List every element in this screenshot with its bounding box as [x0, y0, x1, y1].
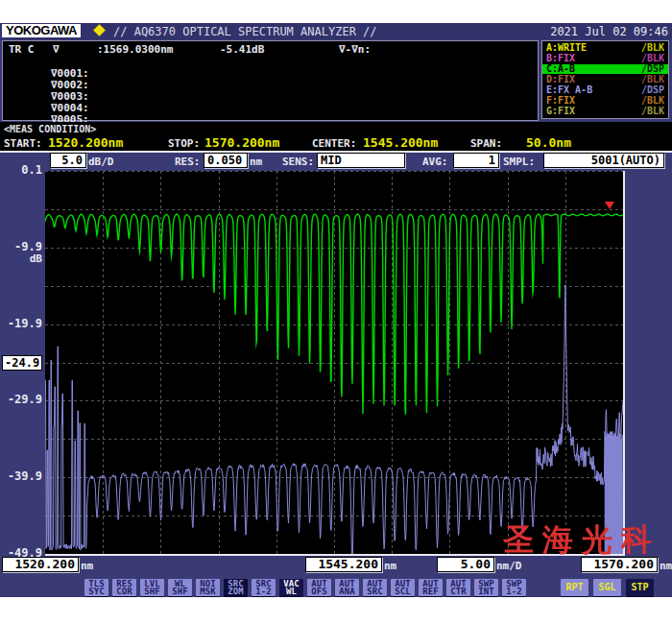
averaging-field[interactable]: 1	[453, 153, 499, 168]
trace-row-status: /DSP	[641, 64, 664, 74]
softkey-label: SGL	[593, 580, 621, 595]
smpl-label: SMPL:	[503, 156, 535, 168]
softkey-label: WL	[279, 588, 303, 595]
y-axis-tick: 0.1	[0, 163, 42, 177]
softkey-aut-ctr[interactable]: AUTCTR	[446, 579, 470, 596]
trace-row-d: D:FIX/BLK	[542, 75, 668, 84]
level-scale-field[interactable]: 5.0	[50, 153, 86, 168]
y-axis-tick: -29.9	[0, 393, 42, 406]
softkey-label: COR	[112, 588, 136, 595]
center-label: CENTER:	[312, 137, 356, 150]
page-title: // AQ6370 OPTICAL SPECTRUM ANALYZER //	[113, 25, 377, 38]
trace-row-status: /BLK	[641, 75, 664, 84]
res-unit: nm	[250, 156, 262, 168]
softkey-aut-ref[interactable]: AUTREF	[419, 579, 443, 596]
yokogawa-diamond-icon	[93, 24, 106, 36]
osa-screen: YOKOGAWA // AQ6370 OPTICAL SPECTRUM ANAL…	[0, 23, 672, 597]
x-axis-value-field[interactable]: 1520.200	[2, 557, 79, 572]
meas-condition-panel: <MEAS CONDITION> START: 1520.200nm STOP:…	[0, 122, 672, 153]
resolution-field[interactable]: 0.050	[204, 153, 248, 168]
softkey-aut-ofs[interactable]: AUTOFS	[307, 579, 331, 596]
y-axis-tick: -24.9	[2, 355, 42, 371]
softkey-swp-int[interactable]: SWPINT	[474, 579, 498, 596]
x-axis-unit: nm	[660, 560, 672, 572]
softkey-aut-scl[interactable]: AUTSCL	[391, 579, 415, 596]
softkey-aut-src[interactable]: AUTSRC	[363, 579, 387, 596]
softkey-swp-1-2[interactable]: SWP1-2	[502, 579, 526, 596]
sens-label: SENS:	[282, 156, 314, 168]
trace-row-label: A:WRITE	[546, 43, 587, 53]
y-axis-unit: dB	[0, 252, 42, 265]
screenshot-page: YOKOGAWA // AQ6370 OPTICAL SPECTRUM ANAL…	[0, 0, 672, 624]
softkey-tls-syc[interactable]: TLSSYC	[84, 579, 108, 596]
softkey-sgl[interactable]: SGL	[593, 579, 621, 596]
sampling-field[interactable]: 5001(AUTO)	[543, 153, 664, 168]
softkey-rpt[interactable]: RPT	[561, 579, 588, 596]
x-axis-value-field[interactable]: 1545.200	[305, 557, 382, 572]
trace-row-label: D:FIX	[546, 75, 575, 84]
spectrum-plot	[45, 171, 625, 556]
softkey-label: REF	[419, 588, 443, 595]
yokogawa-logo: YOKOGAWA	[2, 24, 81, 37]
watermark-text: 圣海光科	[503, 519, 660, 562]
avg-label: AVG:	[422, 156, 448, 168]
softkey-noi-msk[interactable]: NOIMSK	[196, 579, 220, 596]
softkey-label: RPT	[561, 580, 588, 595]
trace-row-e: E:FX A-B/DSP	[542, 85, 668, 95]
trace-row-f: F:FIX/BLK	[542, 96, 668, 106]
x-axis-value-field[interactable]: 5.00	[437, 557, 494, 572]
softkey-label: STP	[626, 580, 654, 595]
softkey-label: SCL	[391, 588, 415, 595]
softkey-label: CTR	[446, 588, 470, 595]
span-value: 50.0nm	[526, 135, 571, 150]
softkey-bar: TLSSYCRESCORLVLSHFWLSHFNOIMSKSRCZOMSRC1-…	[0, 579, 672, 597]
meas-condition-heading: <MEAS CONDITION>	[4, 124, 96, 134]
softkey-label: 1-2	[252, 588, 276, 595]
trace-row-label: B:FIX	[546, 54, 575, 63]
softkey-vac-wl[interactable]: VACWL	[279, 579, 303, 596]
marker-wavelength: :1569.0300nm	[97, 43, 173, 56]
softkey-label: INT	[474, 588, 498, 595]
trace-row-b: B:FIX/BLK	[542, 54, 668, 63]
y-axis-tick: -9.9	[0, 240, 42, 253]
y-axis-tick: -39.9	[0, 469, 42, 483]
marker-delta-label: ∇-∇n:	[339, 43, 371, 56]
level-scale-unit: dB/D	[88, 156, 114, 168]
softkey-lvl-shf[interactable]: LVLSHF	[140, 579, 164, 596]
trace-row-g: G:FIX/BLK	[542, 107, 668, 116]
res-label: RES:	[175, 156, 201, 168]
trace-row-status: /BLK	[641, 107, 664, 116]
softkey-label: SHF	[140, 588, 164, 595]
x-axis-unit: nm	[81, 560, 93, 572]
trace-row-status: /BLK	[641, 54, 664, 63]
softkey-label: ANA	[335, 588, 359, 595]
marker-panel: TR C ∇ :1569.0300nm -5.41dB ∇-∇n: ∇0001:…	[2, 40, 539, 121]
softkey-label: SHF	[168, 588, 192, 595]
span-label: SPAN:	[470, 137, 502, 150]
softkey-wl-shf[interactable]: WLSHF	[168, 579, 192, 596]
softkey-src-zom[interactable]: SRCZOM	[224, 579, 248, 596]
softkey-aut-ana[interactable]: AUTANA	[335, 579, 359, 596]
softkey-stp[interactable]: STP	[626, 579, 654, 596]
softkey-label: SYC	[84, 588, 108, 595]
stop-label: STOP:	[168, 137, 200, 150]
center-value: 1545.200nm	[363, 135, 438, 150]
softkey-res-cor[interactable]: RESCOR	[112, 579, 136, 596]
trace-row-status: /DSP	[641, 85, 664, 95]
trace-row-a: A:WRITE/BLK	[542, 43, 668, 53]
trace-row-label: F:FIX	[546, 96, 575, 106]
softkey-label: OFS	[307, 588, 331, 595]
start-value: 1520.200nm	[48, 135, 123, 150]
sensitivity-field[interactable]: MID	[317, 153, 405, 168]
x-axis-unit: nm	[384, 560, 396, 572]
marker-symbol: ∇	[53, 43, 60, 56]
softkey-label: 1-2	[502, 588, 526, 595]
softkey-label: ZOM	[224, 588, 248, 595]
header-bar: YOKOGAWA // AQ6370 OPTICAL SPECTRUM ANAL…	[0, 23, 672, 39]
softkey-src-1-2[interactable]: SRC1-2	[252, 579, 276, 596]
trace-row-status: /BLK	[641, 96, 664, 106]
trace-marker-triangle-icon	[605, 202, 614, 209]
softkey-label: SRC	[363, 588, 387, 595]
y-axis-tick: -19.9	[0, 317, 42, 330]
marker-level: -5.41dB	[220, 43, 264, 56]
